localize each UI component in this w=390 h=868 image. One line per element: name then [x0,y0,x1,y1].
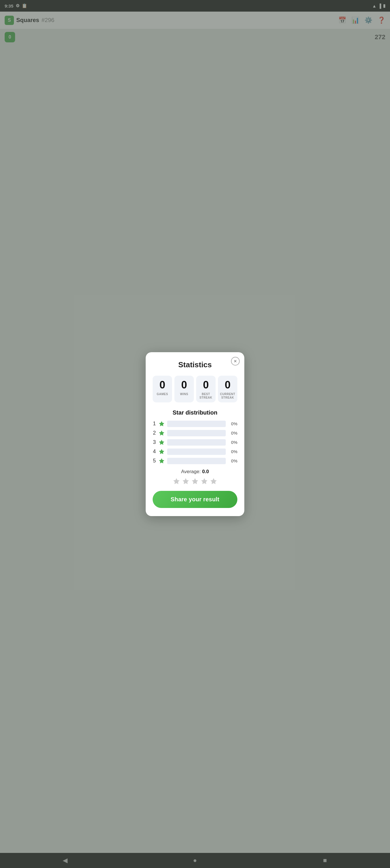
modal-overlay: ✕ Statistics 0 GAMES 0 WINS 0 BESTSTREAK… [0,0,113,245]
